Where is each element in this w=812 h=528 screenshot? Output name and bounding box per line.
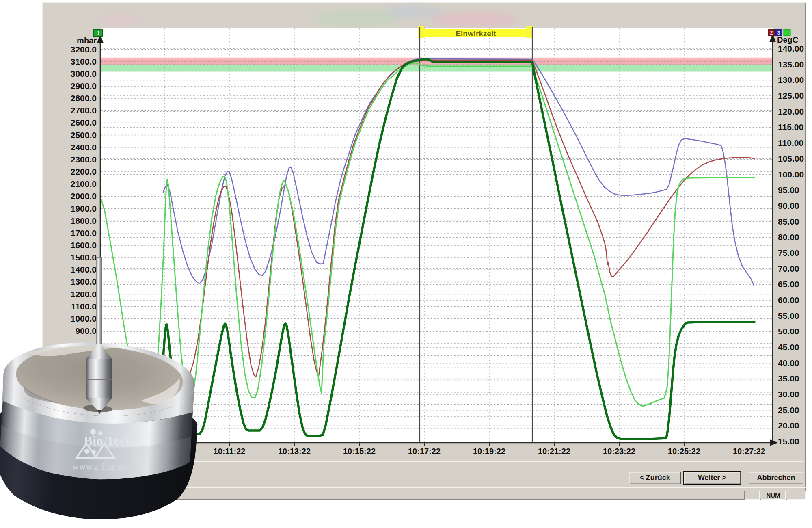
svg-text:www.z-fine.net: www.z-fine.net bbox=[72, 461, 130, 472]
svg-text:3: 3 bbox=[777, 30, 780, 36]
svg-text:Bio: Bio bbox=[84, 434, 103, 448]
svg-text:TM: TM bbox=[129, 433, 138, 439]
svg-text:1: 1 bbox=[97, 30, 99, 36]
svg-text:Einwirkzeit: Einwirkzeit bbox=[456, 29, 496, 38]
svg-text:2: 2 bbox=[770, 30, 773, 36]
